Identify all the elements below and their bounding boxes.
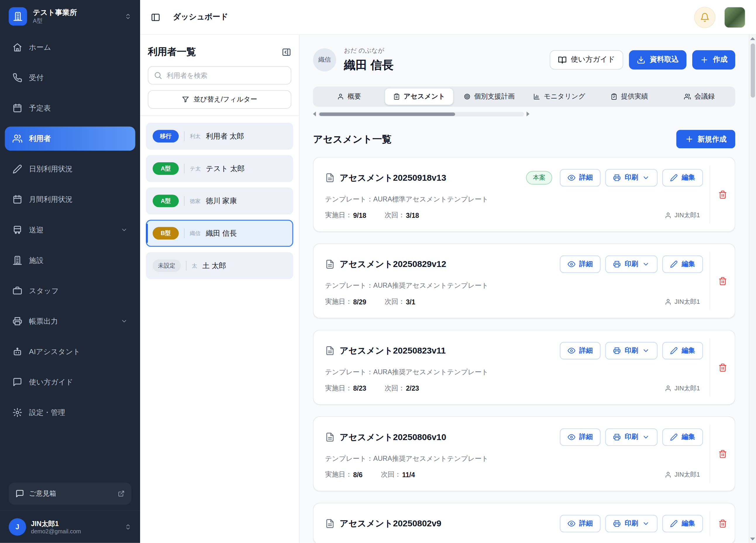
print-button[interactable]: 印刷: [605, 169, 657, 186]
sidebar-item[interactable]: 送迎: [5, 218, 135, 242]
user-list-item[interactable]: B型 織信 織田 信長: [146, 220, 293, 247]
user-list-item[interactable]: 移行 利太 利用者 太郎: [146, 123, 293, 150]
user-list-item[interactable]: A型 徳家 徳川 家康: [146, 187, 293, 215]
delete-button[interactable]: [718, 519, 727, 528]
implementation-date: 8/6: [353, 471, 362, 479]
user-type-badge: B型: [153, 227, 179, 239]
assessment-card: アセスメント20250829v12 詳細: [313, 244, 735, 318]
funnel-icon: [182, 96, 189, 103]
guide-button[interactable]: 使い方ガイド: [550, 50, 623, 69]
sidebar-item-label: 受付: [29, 73, 44, 82]
sidebar-item[interactable]: 受付: [5, 66, 135, 90]
sidebar-item[interactable]: ホーム: [5, 35, 135, 60]
user-name: JIN太郎1: [31, 519, 81, 528]
tab-label: アセスメント: [404, 92, 445, 101]
edit-button[interactable]: 編集: [662, 256, 703, 273]
tab[interactable]: モニタリング: [525, 88, 593, 105]
sidebar-item[interactable]: 利用者: [5, 127, 135, 151]
edit-button[interactable]: 編集: [662, 342, 703, 359]
eye-icon: [568, 433, 575, 441]
tab[interactable]: 提供実績: [595, 88, 663, 105]
eye-icon: [568, 174, 575, 182]
scrollbar-thumb[interactable]: [750, 44, 755, 98]
draft-badge: 本案: [526, 171, 552, 185]
trash-icon: [718, 449, 727, 458]
detail-button[interactable]: 詳細: [560, 169, 600, 186]
sidebar-item[interactable]: 日別利用状況: [5, 157, 135, 181]
sidebar-item-label: 利用者: [29, 134, 51, 143]
tab-label: 会議録: [694, 92, 714, 101]
notifications-button[interactable]: [694, 6, 716, 28]
scroll-down-arrow[interactable]: [750, 537, 755, 540]
edit-button[interactable]: 編集: [662, 515, 703, 532]
collapse-panel-button[interactable]: [282, 47, 291, 57]
sort-filter-button[interactable]: 並び替え/フィルター: [148, 90, 291, 109]
delete-button[interactable]: [718, 190, 727, 199]
user-list: 移行 利太 利用者 太郎 A型 テ太 テスト 太郎: [140, 116, 299, 286]
search-input[interactable]: [148, 66, 291, 85]
pencil-icon: [670, 174, 678, 182]
new-assessment-button[interactable]: 新規作成: [676, 130, 736, 148]
print-button[interactable]: 印刷: [605, 256, 657, 273]
pencil-icon: [13, 164, 22, 174]
template-line: テンプレート：AURA推奨アセスメントテンプレート: [325, 368, 703, 377]
sidebar-user-menu[interactable]: J JIN太郎1 demo2@gmail.com: [0, 511, 140, 543]
horizontal-scrollbar[interactable]: [313, 111, 735, 117]
sidebar-item-label: 予定表: [29, 104, 51, 113]
vertical-scrollbar[interactable]: [749, 35, 756, 543]
sidebar-item[interactable]: 使い方ガイド: [5, 370, 135, 394]
scrollbar-thumb[interactable]: [319, 112, 455, 116]
scrollbar-track[interactable]: [318, 112, 524, 116]
print-button[interactable]: 印刷: [605, 428, 657, 446]
edit-button[interactable]: 編集: [662, 428, 703, 446]
chevron-down-icon: [642, 520, 650, 527]
template-line: テンプレート：AURA標準アセスメントテンプレート: [325, 195, 703, 204]
meta-line: 実施日：9/18 次回：3/18 JIN太郎1: [325, 211, 703, 220]
sidebar-item[interactable]: 月間利用状況: [5, 187, 135, 212]
author: JIN太郎1: [665, 298, 703, 306]
assessment-title: アセスメント20250829v12: [340, 258, 446, 270]
detail-button[interactable]: 詳細: [560, 515, 600, 532]
detail-button[interactable]: 詳細: [560, 342, 600, 359]
printer-icon: [13, 316, 22, 326]
eye-icon: [568, 520, 575, 527]
delete-button[interactable]: [718, 363, 727, 372]
tab-label: モニタリング: [544, 92, 585, 101]
tab[interactable]: 会議録: [665, 88, 733, 105]
tab[interactable]: 個別支援計画: [455, 88, 523, 105]
template-line: テンプレート：AURA推奨アセスメントテンプレート: [325, 454, 703, 463]
tab-label: 提供実績: [621, 92, 648, 101]
delete-button[interactable]: [718, 449, 727, 458]
scroll-left-arrow[interactable]: [313, 112, 316, 117]
delete-button[interactable]: [718, 277, 727, 285]
sidebar-item[interactable]: 帳票出力: [5, 309, 135, 333]
meta-line: 実施日：8/6 次回：11/4 JIN太郎1: [325, 470, 703, 479]
feedback-button[interactable]: ご意見箱: [9, 482, 132, 505]
template-name: AURA推奨アセスメントテンプレート: [373, 282, 488, 289]
import-button[interactable]: 資料取込: [629, 50, 687, 69]
sidebar-item[interactable]: 設定・管理: [5, 400, 135, 425]
scroll-up-arrow[interactable]: [750, 37, 755, 40]
panel-toggle-button[interactable]: [151, 12, 160, 22]
sidebar-item[interactable]: スタッフ: [5, 279, 135, 303]
user-list-item[interactable]: A型 テ太 テスト 太郎: [146, 155, 293, 182]
user-list-panel: 利用者一覧 並び替え/フィルター 移行: [140, 35, 299, 543]
sidebar-item[interactable]: 予定表: [5, 96, 135, 120]
edit-button[interactable]: 編集: [662, 169, 703, 186]
detail-button[interactable]: 詳細: [560, 256, 600, 273]
profile-avatar[interactable]: [724, 6, 745, 28]
org-switcher[interactable]: テスト事業所 A型: [0, 0, 140, 30]
patient-kana: おだ のぶなが: [344, 46, 394, 55]
sidebar-item[interactable]: 施設: [5, 248, 135, 273]
print-button[interactable]: 印刷: [605, 342, 657, 359]
detail-button[interactable]: 詳細: [560, 428, 600, 446]
print-button[interactable]: 印刷: [605, 515, 657, 532]
user-list-item[interactable]: 未設定 太 土 太郎: [146, 252, 293, 279]
create-button[interactable]: 作成: [692, 50, 735, 69]
template-name: AURA推奨アセスメントテンプレート: [373, 454, 488, 462]
tab[interactable]: 概要: [315, 88, 383, 105]
sidebar-item[interactable]: AIアシスタント: [5, 339, 135, 364]
chart-icon: [533, 93, 540, 100]
scroll-right-arrow[interactable]: [526, 112, 735, 117]
tab[interactable]: アセスメント: [385, 88, 453, 105]
